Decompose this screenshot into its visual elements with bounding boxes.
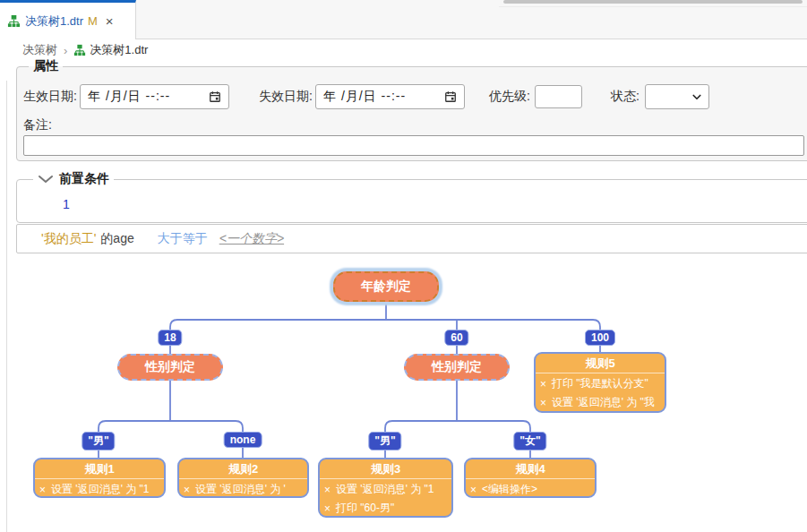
delete-action-icon[interactable]: × — [324, 502, 331, 515]
effective-date-value: 年 /月/日 --:-- — [88, 89, 170, 105]
tab-title: 决策树1.dtr — [25, 13, 83, 30]
tree-sitemap-icon — [73, 44, 86, 56]
rule-title: 规则5 — [536, 354, 665, 373]
rule-action-row[interactable]: × 设置 '返回消息' 为 ' — [179, 479, 307, 498]
effective-date-label: 生效日期: — [23, 89, 79, 105]
rule-action-text: 设置 '返回消息' 为 "1 — [51, 482, 150, 497]
rule-title: 规则1 — [35, 459, 164, 479]
rule-action-row[interactable]: × 打印 "60-男" — [320, 498, 451, 517]
branch-badge-60[interactable]: 60 — [444, 330, 468, 346]
expiry-date-label: 失效日期: — [259, 89, 314, 105]
delete-action-icon[interactable]: × — [540, 397, 546, 409]
status-label: 状态: — [611, 89, 640, 105]
condition-row[interactable]: '我的员工' 的age 大于等于 <一个数字> — [16, 224, 807, 253]
breadcrumb-separator: › — [64, 44, 67, 57]
precondition-legend: 前置条件 — [33, 171, 114, 187]
rule-title: 规则2 — [179, 459, 307, 479]
priority-label: 优先级: — [489, 89, 530, 105]
branch-badge-male-left[interactable]: "男" — [82, 432, 115, 450]
properties-row: 生效日期: 年 /月/日 --:-- 失效日期: 年 /月/日 --:-- 优先… — [23, 84, 807, 109]
tree-sitemap-icon — [7, 14, 21, 28]
precondition-row-index: 1 — [63, 197, 807, 211]
branch-badge-18[interactable]: 18 — [158, 330, 182, 346]
rule-title: 规则3 — [320, 459, 451, 479]
rule-node-2[interactable]: 规则2 × 设置 '返回消息' 为 ' — [177, 458, 309, 498]
remark-input[interactable] — [23, 135, 804, 156]
chevron-down-icon[interactable] — [38, 173, 54, 185]
rule-action-row[interactable]: × <编辑操作> — [466, 479, 595, 498]
branch-badge-none[interactable]: none — [224, 432, 262, 448]
tab-strip: 决策树1.dtr M × — [0, 0, 807, 39]
rule-action-row[interactable]: × 设置 '返回消息' 为 "1 — [320, 479, 451, 498]
decision-tree-canvas: 年龄判定 性别判定 性别判定 18 60 100 "男" none "男" "女… — [0, 253, 807, 532]
tab-close-icon[interactable]: × — [106, 14, 114, 28]
properties-section: 属性 生效日期: 年 /月/日 --:-- 失效日期: 年 /月/日 --:--… — [16, 58, 807, 161]
rule-action-row[interactable]: × 打印 "我是默认分支" — [536, 373, 665, 392]
status-select[interactable] — [645, 84, 709, 109]
breadcrumb-current: 决策树1.dtr — [90, 42, 148, 58]
calendar-icon[interactable] — [444, 90, 457, 103]
horizontal-scrollbar-thumb[interactable] — [503, 0, 803, 4]
tab-modified-flag: M — [88, 14, 98, 28]
rule-action-text: 打印 "60-男" — [336, 501, 394, 516]
branch-badge-female[interactable]: "女" — [513, 432, 546, 450]
condition-attribute: 的age — [100, 231, 133, 247]
decision-node-label: 性别判定 — [145, 359, 195, 375]
rule-node-1[interactable]: 规则1 × 设置 '返回消息' 为 "1 — [33, 458, 166, 498]
breadcrumb-root[interactable]: 决策树 — [22, 42, 57, 58]
tabstrip-divider — [499, 6, 807, 7]
delete-action-icon[interactable]: × — [39, 484, 46, 496]
rule-action-text: 设置 '返回消息' 为 "1 — [336, 482, 434, 497]
remark-label: 备注: — [23, 117, 807, 133]
rule-action-row[interactable]: × 设置 '返回消息' 为 "我 — [536, 392, 665, 411]
condition-value-placeholder[interactable]: <一个数字> — [219, 231, 284, 247]
decision-node-gender-right[interactable]: 性别判定 — [404, 354, 510, 381]
expiry-date-input[interactable]: 年 /月/日 --:-- — [315, 84, 465, 109]
decision-node-gender-left[interactable]: 性别判定 — [117, 354, 223, 381]
rule-action-text: 设置 '返回消息' 为 "我 — [552, 395, 655, 410]
delete-action-icon[interactable]: × — [470, 484, 476, 496]
properties-legend: 属性 — [29, 58, 63, 74]
rule-action-text: <编辑操作> — [482, 482, 537, 497]
rule-title: 规则4 — [466, 459, 595, 479]
branch-badge-100[interactable]: 100 — [585, 330, 615, 346]
effective-date-input[interactable]: 年 /月/日 --:-- — [80, 84, 229, 109]
rule-node-4[interactable]: 规则4 × <编辑操作> — [464, 458, 597, 498]
priority-input[interactable] — [535, 85, 582, 108]
delete-action-icon[interactable]: × — [540, 378, 546, 390]
rule-action-row[interactable]: × 设置 '返回消息' 为 "1 — [35, 479, 164, 498]
calendar-icon[interactable] — [209, 90, 221, 103]
condition-operator[interactable]: 大于等于 — [158, 231, 208, 247]
chevron-down-icon — [691, 91, 702, 102]
decision-node-age[interactable]: 年龄判定 — [333, 271, 439, 302]
rule-node-3[interactable]: 规则3 × 设置 '返回消息' 为 "1 × 打印 "60-男" — [318, 458, 453, 518]
precondition-section: 前置条件 1 — [16, 171, 807, 223]
decision-node-label: 性别判定 — [432, 359, 482, 375]
delete-action-icon[interactable]: × — [324, 484, 331, 496]
delete-action-icon[interactable]: × — [184, 484, 190, 496]
decision-node-label: 年龄判定 — [361, 279, 411, 295]
rule-action-text: 打印 "我是默认分支" — [552, 376, 648, 391]
tab-decision-tree-file[interactable]: 决策树1.dtr M × — [0, 0, 136, 39]
branch-badge-male-right[interactable]: "男" — [368, 432, 401, 450]
condition-subject[interactable]: '我的员工' — [41, 231, 96, 247]
expiry-date-value: 年 /月/日 --:-- — [323, 89, 406, 105]
rule-node-5[interactable]: 规则5 × 打印 "我是默认分支" × 设置 '返回消息' 为 "我 — [534, 352, 666, 413]
rule-action-text: 设置 '返回消息' 为 ' — [195, 482, 286, 497]
